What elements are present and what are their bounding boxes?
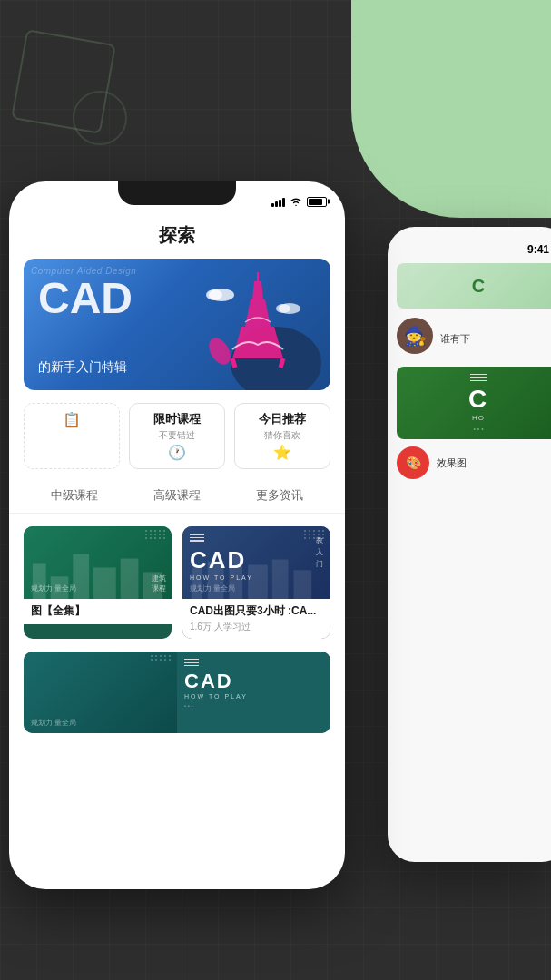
cat-tab-recommended[interactable]: 今日推荐 猜你喜欢 ⭐ xyxy=(234,403,330,469)
nav-link-advanced[interactable]: 高级课程 xyxy=(153,487,201,504)
cat-tab-placeholder[interactable]: 📋 xyxy=(24,403,120,469)
course-meta-2: 1.6万 人学习过 xyxy=(190,621,323,633)
course-grid: 建筑 课程 规划力 量全局 图【全集】 xyxy=(24,526,330,639)
right-phone-time: 9:41 xyxy=(397,236,551,263)
nav-link-more[interactable]: 更多资讯 xyxy=(256,487,303,504)
hero-banner[interactable]: Computer Aided Design CAD 的新手入门特辑 xyxy=(24,259,330,390)
course-card-1[interactable]: 建筑 课程 规划力 量全局 图【全集】 xyxy=(24,526,172,639)
hero-eiffel-illustration xyxy=(203,268,312,390)
right-card-initial: C xyxy=(472,276,485,297)
right-cad-card[interactable]: C HO • • • xyxy=(397,367,551,439)
nav-links: 中级课程 高级课程 更多资讯 xyxy=(9,482,345,514)
cat-tab-icon-placeholder: 📋 xyxy=(63,411,81,428)
right-bottom-row: 🎨 效果图 xyxy=(397,446,551,479)
course-cad-label: CAD xyxy=(184,670,323,693)
course-info-1: 图【全集】 xyxy=(24,599,172,624)
right-how-label: HO xyxy=(472,414,485,422)
svg-point-10 xyxy=(204,334,234,368)
hero-big-text: CAD xyxy=(38,277,133,320)
svg-rect-15 xyxy=(121,559,139,599)
right-dots: • • • xyxy=(473,426,483,432)
right-cad-big: C xyxy=(468,385,488,414)
course-how-label: HOW TO PLAY xyxy=(184,693,323,700)
svg-rect-20 xyxy=(248,564,268,599)
svg-marker-2 xyxy=(245,299,271,327)
svg-point-7 xyxy=(206,289,222,300)
svg-line-4 xyxy=(232,358,235,368)
cat-tab-limited-title: 限时课程 xyxy=(153,411,201,427)
page-title: 探索 xyxy=(9,214,345,259)
svg-rect-22 xyxy=(293,570,311,599)
phone-right: 9:41 C 🧙 谁有下 C HO • • • 🎨 效果图 xyxy=(388,227,551,862)
right-who-text: 谁有下 xyxy=(440,332,470,346)
cat-tab-recommended-sub: 猜你喜欢 xyxy=(264,429,300,442)
course-thumb-3: 规划力 量全局 xyxy=(24,652,177,733)
course-card-3-right: CAD HOW TO PLAY • • • xyxy=(177,652,330,733)
nav-link-intermediate[interactable]: 中级课程 xyxy=(51,487,98,504)
svg-rect-11 xyxy=(33,563,46,599)
course-dots: • • • xyxy=(184,703,323,709)
right-effect-text: 效果图 xyxy=(437,456,467,470)
svg-point-9 xyxy=(276,304,290,313)
deco-shape-2 xyxy=(73,91,127,145)
right-avatar-2: 🎨 xyxy=(397,446,429,479)
dots-pattern-3 xyxy=(151,655,172,661)
svg-line-5 xyxy=(280,358,283,368)
phone-notch xyxy=(118,181,236,205)
battery-icon xyxy=(307,197,327,207)
course-info-2: CAD出图只要3小时 :CA... 1.6万 人学习过 xyxy=(182,599,330,639)
course-card-2[interactable]: CAD HOW TO PLAY 教入门 xyxy=(182,526,330,639)
phone-main: 探索 Computer Aided Design CAD 的新手入门特辑 xyxy=(9,181,345,889)
hero-subtitle: 的新手入门特辑 xyxy=(38,359,127,376)
cat-tab-limited-icon: 🕐 xyxy=(168,444,186,461)
course-thumb-2: CAD HOW TO PLAY 教入门 xyxy=(182,526,330,599)
svg-marker-1 xyxy=(252,281,263,299)
cat-tab-limited-sub: 不要错过 xyxy=(159,429,195,442)
category-tabs: 📋 限时课程 不要错过 🕐 今日推荐 猜你喜欢 ⭐ xyxy=(24,403,330,469)
signal-icon xyxy=(271,196,285,207)
status-icons xyxy=(271,196,327,208)
svg-rect-14 xyxy=(93,567,116,599)
wifi-icon xyxy=(290,196,302,208)
app-content[interactable]: 探索 Computer Aided Design CAD 的新手入门特辑 xyxy=(9,214,345,889)
cat-tab-recommended-icon: ⭐ xyxy=(273,444,291,461)
cat-tab-limited[interactable]: 限时课程 不要错过 🕐 xyxy=(129,403,225,469)
right-card-green: C xyxy=(397,263,551,309)
course-row-2: 规划力 量全局 CAD HOW TO PLAY • • • xyxy=(24,652,330,733)
course-card-3[interactable]: 规划力 量全局 CAD HOW TO PLAY • • • xyxy=(24,652,330,733)
cat-tab-recommended-title: 今日推荐 xyxy=(259,411,306,427)
svg-rect-21 xyxy=(272,560,289,599)
course-thumb-1: 建筑 课程 规划力 量全局 xyxy=(24,526,172,599)
course-title-2: CAD出图只要3小时 :CA... xyxy=(190,604,323,619)
svg-marker-3 xyxy=(232,327,283,358)
right-avatar-1: 🧙 xyxy=(397,318,433,354)
course-title-1: 图【全集】 xyxy=(31,604,164,619)
